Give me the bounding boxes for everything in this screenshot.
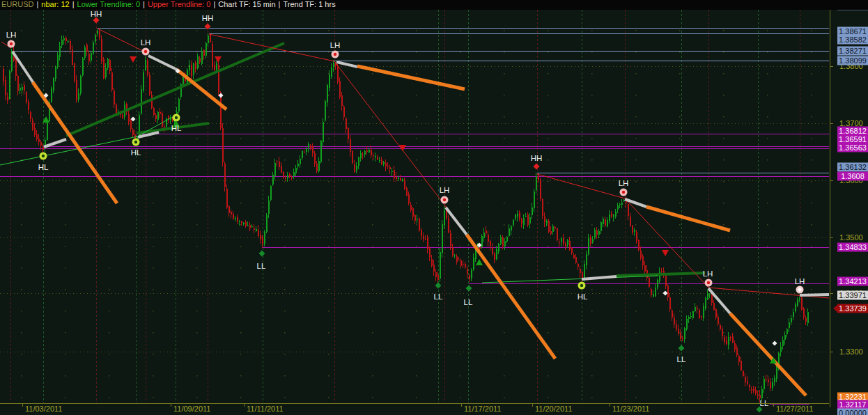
price-level-label: 1.36591 <box>837 135 868 144</box>
svg-text:1.38671: 1.38671 <box>839 27 867 36</box>
price-level-label: 1.38271 <box>837 47 868 56</box>
swing-label-lh: LH <box>6 31 17 39</box>
lh-marker <box>441 196 449 204</box>
price-level-label: 1.33971 <box>837 291 868 300</box>
swing-label-ll: LL <box>677 355 686 363</box>
hl-marker <box>173 114 180 122</box>
swing-label-hh: HH <box>91 10 102 18</box>
legend-trend-tf: Trend TF: 1 hrs <box>283 0 335 8</box>
y-axis-tick-label: 1.3500 <box>839 233 863 242</box>
x-axis-date-label: 11/17/2011 <box>464 405 501 413</box>
swing-label-hh: HH <box>202 14 214 22</box>
svg-text:1.36132: 1.36132 <box>839 163 867 171</box>
lh-marker <box>705 279 713 287</box>
svg-text:1.36591: 1.36591 <box>839 135 867 143</box>
svg-text:1.33739: 1.33739 <box>839 304 867 313</box>
price-level-label: 0.00000 <box>837 409 868 415</box>
x-axis-date-label: 11/23/2011 <box>612 405 649 413</box>
swing-label-lh: LH <box>703 269 713 278</box>
svg-text:0.00000: 0.00000 <box>839 409 867 415</box>
swing-label-hl: HL <box>578 292 588 301</box>
legend-separator: | <box>276 0 284 8</box>
price-level-label: 1.38582 <box>837 36 868 45</box>
legend-upper-trendline: Upper Trendline: 0 <box>148 0 211 8</box>
hl-marker <box>132 139 140 146</box>
svg-text:1.33971: 1.33971 <box>839 291 867 299</box>
svg-text:1.34213: 1.34213 <box>839 277 867 285</box>
lh-marker <box>620 189 628 196</box>
price-level-label: 1.34833 <box>837 243 868 252</box>
current-price-label: 1.33739 <box>833 304 868 313</box>
chart-canvas[interactable]: LHHLHHLHHLHLHHLHLLLHLLLLHHHLLHLHLLLHLL1.… <box>0 0 868 415</box>
legend-separator: | <box>33 0 41 8</box>
price-level-label: 1.36563 <box>837 143 868 152</box>
swing-label-lh: LH <box>619 179 629 187</box>
swing-label-ll: LL <box>464 298 473 306</box>
swing-label-lh: LH <box>795 277 805 285</box>
svg-text:1.32117: 1.32117 <box>839 400 867 409</box>
swing-label-lh: LH <box>141 38 151 47</box>
confirmed-segment-line[interactable] <box>800 295 829 295</box>
svg-text:1.38582: 1.38582 <box>839 36 867 44</box>
lh-marker <box>8 40 15 48</box>
price-level-label: 1.3608 <box>837 172 868 181</box>
y-axis-tick-label: 1.3300 <box>839 347 863 356</box>
lh-marker-unconfirmed <box>796 286 804 294</box>
price-level-label: 1.38671 <box>837 27 868 36</box>
swing-label-ll: LL <box>434 292 443 301</box>
svg-text:1.3608: 1.3608 <box>841 172 865 180</box>
svg-text:1.34833: 1.34833 <box>839 243 867 251</box>
legend-chart-tf: Chart TF: 15 min <box>218 0 275 8</box>
lh-marker <box>142 48 150 56</box>
legend-nbar: nbar: 12 <box>41 0 69 8</box>
legend-separator: | <box>140 0 148 8</box>
swing-label-hl: HL <box>131 148 141 157</box>
lh-marker <box>332 51 339 58</box>
legend-lower-trendline: Lower Trendline: 0 <box>77 0 141 8</box>
hl-marker <box>578 282 586 290</box>
price-level-label: 1.32117 <box>837 400 868 409</box>
chart-legend-bar: EURUSD|nbar: 12|Lower Trendline: 0|Upper… <box>0 0 868 10</box>
dot-grid <box>0 10 829 403</box>
svg-text:1.36812: 1.36812 <box>839 127 867 135</box>
x-axis-date-label: 11/11/2011 <box>247 405 284 413</box>
price-level-label: 1.36132 <box>837 163 868 172</box>
hl-marker <box>40 152 47 160</box>
swing-label-lh: LH <box>330 41 341 49</box>
price-level-label: 1.36812 <box>837 127 868 136</box>
x-axis-date-label: 11/20/2011 <box>535 405 572 413</box>
trading-platform-window: EURUSD|nbar: 12|Lower Trendline: 0|Upper… <box>0 0 868 415</box>
price-level-label: 1.34213 <box>837 277 868 286</box>
legend-symbol: EURUSD <box>1 0 33 8</box>
svg-text:1.36563: 1.36563 <box>839 143 867 152</box>
price-level-label: 1.38099 <box>837 56 868 65</box>
legend-separator: | <box>70 0 77 8</box>
svg-text:1.38271: 1.38271 <box>839 47 867 55</box>
x-axis-date-label: 11/27/2011 <box>776 405 813 413</box>
x-axis-date-label: 11/09/2011 <box>173 405 210 413</box>
x-axis-date-label: 11/03/2011 <box>25 405 62 413</box>
swing-label-hh: HH <box>531 154 543 162</box>
swing-label-lh: LH <box>440 186 450 194</box>
svg-text:1.38099: 1.38099 <box>839 56 867 65</box>
legend-separator: | <box>210 0 218 8</box>
swing-label-hl: HL <box>38 163 49 171</box>
swing-label-hl: HL <box>171 124 182 132</box>
swing-label-ll: LL <box>257 262 266 270</box>
